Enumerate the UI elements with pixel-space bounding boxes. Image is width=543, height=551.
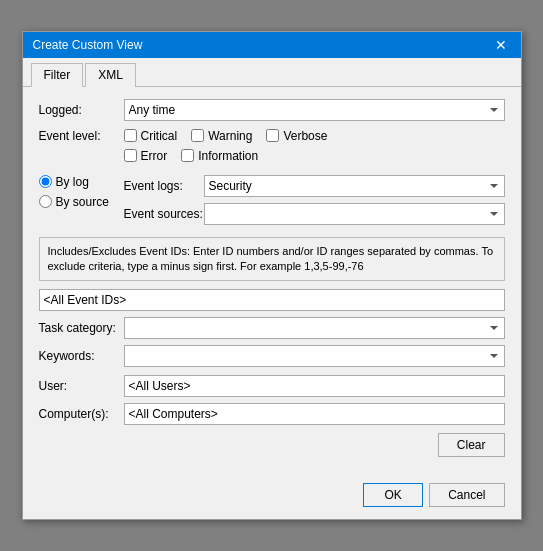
ok-button[interactable]: OK <box>363 483 423 507</box>
create-custom-view-dialog: Create Custom View ✕ Filter XML Logged: … <box>22 31 522 521</box>
event-sources-label: Event sources: <box>124 207 204 221</box>
clear-button[interactable]: Clear <box>438 433 505 457</box>
event-level-label: Event level: <box>39 129 124 143</box>
log-source-section: By log By source Event logs: Security Ev… <box>39 175 505 231</box>
description-box: Includes/Excludes Event IDs: Enter ID nu… <box>39 237 505 282</box>
tab-filter[interactable]: Filter <box>31 63 84 87</box>
event-sources-dropdown[interactable] <box>204 203 505 225</box>
event-ids-row <box>39 289 505 311</box>
computers-label: Computer(s): <box>39 407 124 421</box>
user-label: User: <box>39 379 124 393</box>
event-ids-input[interactable] <box>39 289 505 311</box>
checkbox-verbose-input[interactable] <box>266 129 279 142</box>
tabs-bar: Filter XML <box>23 58 521 87</box>
keywords-row: Keywords: <box>39 345 505 367</box>
checkbox-verbose: Verbose <box>266 129 327 143</box>
radio-by-log: By log <box>39 175 124 189</box>
cancel-button[interactable]: Cancel <box>429 483 504 507</box>
radio-col: By log By source <box>39 175 124 231</box>
event-sources-row: Event sources: <box>124 203 505 225</box>
checkbox-error-label: Error <box>141 149 168 163</box>
tab-xml[interactable]: XML <box>85 63 136 87</box>
checkbox-critical: Critical <box>124 129 178 143</box>
clear-row: Clear <box>39 433 505 457</box>
checkboxes-row2: Error Information <box>124 149 505 167</box>
checkbox-critical-input[interactable] <box>124 129 137 142</box>
checkbox-critical-label: Critical <box>141 129 178 143</box>
checkbox-information: Information <box>181 149 258 163</box>
radio-by-log-input[interactable] <box>39 175 52 188</box>
logged-label: Logged: <box>39 103 124 117</box>
event-logs-row: Event logs: Security <box>124 175 505 197</box>
filter-content: Logged: Any time Event level: Critical W… <box>23 87 521 476</box>
logged-row: Logged: Any time <box>39 99 505 121</box>
checkbox-warning-input[interactable] <box>191 129 204 142</box>
task-category-row: Task category: <box>39 317 505 339</box>
checkbox-error: Error <box>124 149 168 163</box>
checkboxes-group: Critical Warning Verbose <box>124 129 342 147</box>
radio-by-source: By source <box>39 195 124 209</box>
checkbox-error-input[interactable] <box>124 149 137 162</box>
user-input[interactable] <box>124 375 505 397</box>
event-level-row: Event level: Critical Warning Verbose <box>39 129 505 147</box>
keywords-label: Keywords: <box>39 349 124 363</box>
computers-row: Computer(s): <box>39 403 505 425</box>
computers-input[interactable] <box>124 403 505 425</box>
radio-by-log-label: By log <box>56 175 89 189</box>
checkbox-verbose-label: Verbose <box>283 129 327 143</box>
event-logs-dropdown[interactable]: Security <box>204 175 505 197</box>
event-logs-label: Event logs: <box>124 179 204 193</box>
keywords-dropdown[interactable] <box>124 345 505 367</box>
user-row: User: <box>39 375 505 397</box>
dialog-title: Create Custom View <box>33 38 143 52</box>
bottom-buttons: OK Cancel <box>23 475 521 519</box>
close-button[interactable]: ✕ <box>491 38 511 52</box>
checkbox-information-label: Information <box>198 149 258 163</box>
checkbox-warning: Warning <box>191 129 252 143</box>
logged-dropdown[interactable]: Any time <box>124 99 505 121</box>
logged-dropdown-container: Any time <box>124 99 505 121</box>
radio-fields: Event logs: Security Event sources: <box>124 175 505 231</box>
radio-by-source-input[interactable] <box>39 195 52 208</box>
radio-by-source-label: By source <box>56 195 109 209</box>
task-category-dropdown[interactable] <box>124 317 505 339</box>
checkbox-warning-label: Warning <box>208 129 252 143</box>
title-bar: Create Custom View ✕ <box>23 32 521 58</box>
task-category-label: Task category: <box>39 321 124 335</box>
checkbox-information-input[interactable] <box>181 149 194 162</box>
